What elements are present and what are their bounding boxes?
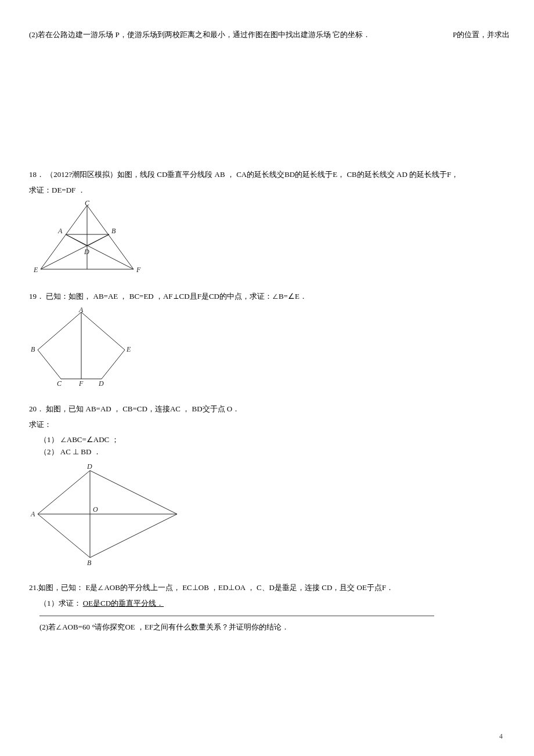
q20-label-D: D xyxy=(86,462,92,471)
question-20: 20． 如图，已知 AB=AD ， CB=CD，连接AC ， BD交于点 O． … xyxy=(29,403,505,570)
question-19: 19． 已知：如图， AB=AE ， BC=ED ，AF⊥CD且F是CD的中点，… xyxy=(29,291,505,392)
q20-prove-lead: 求证： xyxy=(29,419,505,431)
q20-label-A: A xyxy=(30,510,35,518)
q20-figure: D O A B xyxy=(29,462,505,570)
q20-label-B: B xyxy=(87,559,92,566)
q19-text: 已知：如图， AB=AE ， BC=ED ，AF⊥CD且F是CD的中点，求证：∠… xyxy=(46,292,307,301)
q18-label-A: A xyxy=(57,227,63,235)
q20-sub2: （2） AC ⊥ BD ． xyxy=(29,446,505,458)
q19-label-B: B xyxy=(31,345,35,353)
q21-sub1-underlined: OE是CD的垂直平分线． xyxy=(83,599,164,607)
svg-line-2 xyxy=(87,205,134,269)
q20-text-line: 20． 如图，已知 AB=AD ， CB=CD，连接AC ， BD交于点 O． xyxy=(29,403,505,415)
q20-sub1: （1） ∠ABC=∠ADC ； xyxy=(29,434,505,446)
blank-space xyxy=(29,53,505,169)
q18-number: 18． xyxy=(29,170,44,179)
q18-text-line: 18． （2012?潮阳区模拟）如图，线段 CD垂直平分线段 AB ， CA的延… xyxy=(29,169,505,181)
q19-figure: A B E C F D xyxy=(29,306,505,392)
q19-number: 19． xyxy=(29,292,44,301)
q18-figure: C A B D E F xyxy=(29,200,505,279)
q18-text: （2012?潮阳区模拟）如图，线段 CD垂直平分线段 AB ， CA的延长线交B… xyxy=(46,170,459,179)
question-17-part2: (2)若在公路边建一游乐场 P，使游乐场到两校距离之和最小，通过作图在图中找出建… xyxy=(29,29,505,41)
q18-prove: 求证：DE=DF ． xyxy=(29,185,505,197)
q21-sub1-blank-line xyxy=(39,616,434,616)
q21-sub2: (2)若∠AOB=60 °请你探究OE ，EF之间有什么数量关系？并证明你的结论… xyxy=(29,621,505,634)
svg-line-7 xyxy=(66,234,87,246)
q19-label-F: F xyxy=(78,379,84,388)
q18-label-E: E xyxy=(33,266,38,274)
q17-part2-text-right: P的位置，并求出 xyxy=(453,29,510,41)
q18-label-D: D xyxy=(84,248,89,256)
q18-label-F: F xyxy=(136,266,141,274)
q19-label-E: E xyxy=(126,345,131,353)
q21-sub1-lead: （1）求证： xyxy=(39,599,81,607)
q21-sub1-line: （1）求证： OE是CD的垂直平分线． xyxy=(29,598,505,622)
question-21: 21.如图，已知： E是∠AOB的平分线上一点， EC⊥OB ，ED⊥OA ， … xyxy=(29,582,505,634)
q20-svg: D O A B xyxy=(29,462,186,566)
q17-part2-text-left: (2)若在公路边建一游乐场 P，使游乐场到两校距离之和最小，通过作图在图中找出建… xyxy=(29,30,370,39)
question-18: 18． （2012?潮阳区模拟）如图，线段 CD垂直平分线段 AB ， CA的延… xyxy=(29,169,505,279)
q18-label-B: B xyxy=(111,227,116,235)
q19-text-line: 19． 已知：如图， AB=AE ， BC=ED ，AF⊥CD且F是CD的中点，… xyxy=(29,291,505,303)
q21-num-text: 21.如图，已知： E是∠AOB的平分线上一点， EC⊥OB ，ED⊥OA ， … xyxy=(29,583,394,592)
q20-text: 如图，已知 AB=AD ， CB=CD，连接AC ， BD交于点 O． xyxy=(46,404,240,413)
q18-svg: C A B D E F xyxy=(29,200,145,275)
q20-label-O: O xyxy=(93,505,98,513)
q19-label-D: D xyxy=(98,379,104,388)
svg-line-8 xyxy=(87,234,109,246)
q18-label-C: C xyxy=(85,200,90,207)
q19-label-A: A xyxy=(78,306,84,314)
q20-number: 20． xyxy=(29,404,44,413)
q21-text-line: 21.如图，已知： E是∠AOB的平分线上一点， EC⊥OB ，ED⊥OA ， … xyxy=(29,582,505,594)
q19-label-C: C xyxy=(57,379,62,388)
q19-svg: A B E C F D xyxy=(29,306,134,388)
svg-line-1 xyxy=(41,205,87,269)
